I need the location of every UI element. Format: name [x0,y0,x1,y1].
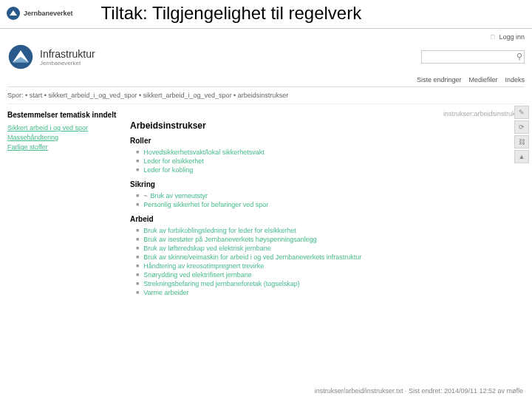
brand-subtitle: Jernbaneverket [40,60,95,66]
breadcrumb: Spor: • start • sikkert_arbeid_i_og_ved_… [7,87,525,104]
list-item[interactable]: Bruk av skinne/veimaskin for arbeid i og… [136,253,525,262]
sidebar-item-2[interactable]: Farlige stoffer [7,143,118,151]
list-item[interactable]: Bruk av løfteredskap ved elektrisk jernb… [136,244,525,253]
tool-history-icon[interactable]: ⟳ [514,120,529,134]
breadcrumb-right: instrukser:arbeidsinstrukser [130,110,525,117]
search-input[interactable] [421,50,525,64]
sep-icon: □ [491,33,494,41]
logo-small: Jernbaneverket [0,3,79,24]
list-item[interactable]: Leder for kobling [136,166,525,174]
brand-logo-icon [7,44,34,70]
topbar: □ Logg inn [7,32,525,42]
list-item[interactable]: Personlig sikkerhet for befaringer ved s… [136,200,525,209]
subnav-recent[interactable]: Siste endringer [417,76,462,83]
list-item[interactable]: Strekningsbefaring med jernbaneforetak (… [136,279,525,288]
page-title: Arbeidsinstrukser [130,120,525,131]
brand-title: Infrastruktur [40,48,95,60]
subnav-index[interactable]: Indeks [505,76,525,83]
subnav-media[interactable]: Mediefiler [468,76,497,83]
sidebar-item-0[interactable]: Sikkert arbeid i og ved spor [7,124,118,132]
brand-small-text: Jernbaneverket [24,10,73,17]
list-item[interactable]: Hovedsikkerhetsvakt/lokal sikkerhetsvakt [136,148,525,157]
sidebar-title: Bestemmelser tematisk inndelt [7,110,118,120]
list-item[interactable]: ~Bruk av verneutstyr [136,191,525,200]
section-title-2: Arbeid [130,215,525,223]
subnav: Siste endringer Mediefiler Indeks [7,75,525,87]
brand[interactable]: Infrastruktur Jernbaneverket [7,44,95,70]
section-title-0: Roller [130,137,525,145]
search-icon[interactable]: ⚲ [516,52,522,61]
list-item[interactable]: Varme arbeider [136,288,525,297]
list-item[interactable]: Bruk av isestøter på Jernbaneverkets høy… [136,235,525,244]
login-link[interactable]: Logg inn [499,33,525,41]
section-title-1: Sikring [130,180,525,188]
main-content: instrukser:arbeidsinstrukser Arbeidsinst… [130,110,525,297]
list-item[interactable]: Håndtering av kreosotimpregnert trevirke [136,262,525,270]
tool-link-icon[interactable]: ⛓ [514,135,529,149]
tool-edit-icon[interactable]: ✎ [514,106,529,119]
slide-title: Tiltak: Tilgjengelighet til regelverk [101,3,532,24]
list-item[interactable]: Bruk av forbikoblingsledning for leder f… [136,226,525,235]
tool-top-icon[interactable]: ▲ [514,150,529,163]
sidebar-item-1[interactable]: Massehåndtering [7,134,118,141]
list-item[interactable]: Snørydding ved elektrifisert jernbane [136,270,525,279]
list-item[interactable]: Leder for elsikkerhet [136,157,525,166]
side-tools: ✎ ⟳ ⛓ ▲ [514,106,529,163]
sidebar: Bestemmelser tematisk inndelt Sikkert ar… [7,110,118,297]
search: ⚲ [421,50,525,64]
footer-meta: instrukser/arbeid/instrukser.txt · Sist … [315,387,523,395]
